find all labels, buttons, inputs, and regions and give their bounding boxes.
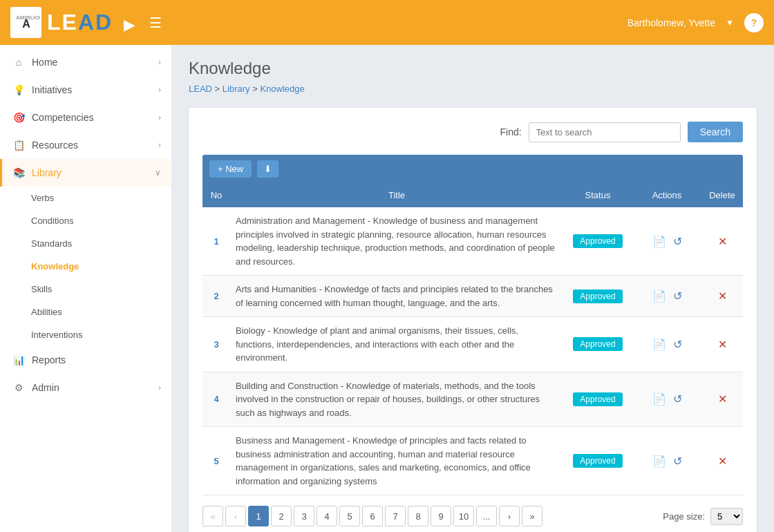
page-size-select[interactable]: 5 10 25 50 xyxy=(710,508,743,525)
next-page-button[interactable]: › xyxy=(499,506,520,526)
sidebar-item-initiatives[interactable]: 💡 Initiatives › xyxy=(0,76,171,104)
search-button[interactable]: Search xyxy=(688,122,743,142)
toolbar: + New ⬇ xyxy=(202,155,743,183)
history-icon[interactable]: ↺ xyxy=(673,289,682,303)
sidebar-sub-skills[interactable]: Skills xyxy=(31,278,171,301)
row-number: 4 xyxy=(202,372,230,427)
view-icon[interactable]: 📄 xyxy=(652,392,666,406)
col-title: Title xyxy=(230,183,563,207)
view-icon[interactable]: 📄 xyxy=(652,235,666,248)
page-7-button[interactable]: 7 xyxy=(385,506,406,526)
sidebar-sub-library: Verbs Conditions Standards Knowledge Ski… xyxy=(0,187,171,346)
initiatives-icon: 💡 xyxy=(12,84,25,95)
user-name[interactable]: Bartholomew, Yvette xyxy=(627,17,715,28)
sidebar-sub-conditions[interactable]: Conditions xyxy=(31,209,171,232)
row-title: Business and Management - Knowledge of p… xyxy=(230,427,563,495)
sidebar-sub-standards[interactable]: Standards xyxy=(31,232,171,255)
table-row: 4 Building and Construction - Knowledge … xyxy=(202,372,743,427)
download-icon: ⬇ xyxy=(264,164,272,174)
logo-text: LEAD ▶ xyxy=(47,10,135,35)
sidebar-sub-abilities[interactable]: Abilities xyxy=(31,301,171,323)
row-number: 1 xyxy=(202,207,230,276)
sidebar-item-label: Admin xyxy=(32,382,59,393)
status-badge: Approved xyxy=(573,337,622,351)
first-page-button[interactable]: « xyxy=(202,506,223,526)
sidebar-item-reports[interactable]: 📊 Reports xyxy=(0,346,171,374)
library-icon: 📚 xyxy=(12,167,25,178)
sidebar-item-admin[interactable]: ⚙ Admin › xyxy=(0,374,171,401)
history-icon[interactable]: ↺ xyxy=(673,338,682,351)
content-card: Find: Search + New ⬇ No Title Status xyxy=(189,108,757,532)
view-icon[interactable]: 📄 xyxy=(652,289,666,303)
new-button[interactable]: + New xyxy=(209,160,252,178)
view-icon[interactable]: 📄 xyxy=(652,338,666,351)
delete-icon[interactable]: ✕ xyxy=(718,236,727,247)
find-label: Find: xyxy=(500,126,522,137)
sidebar-sub-knowledge[interactable]: Knowledge xyxy=(31,255,171,278)
page-10-button[interactable]: 10 xyxy=(453,506,474,526)
sidebar-item-label: Library xyxy=(32,167,62,178)
layout: ⌂ Home › 💡 Initiatives › 🎯 Competencies … xyxy=(0,45,774,532)
search-row: Find: Search xyxy=(202,122,743,142)
row-delete: ✕ xyxy=(701,276,743,317)
delete-icon[interactable]: ✕ xyxy=(718,290,727,302)
row-number: 2 xyxy=(202,276,230,317)
col-status: Status xyxy=(563,183,632,207)
breadcrumb-lead[interactable]: LEAD xyxy=(189,84,212,94)
row-delete: ✕ xyxy=(701,427,743,495)
row-delete: ✕ xyxy=(701,317,743,372)
sidebar-sub-interventions[interactable]: Interventions xyxy=(31,323,171,346)
status-badge: Approved xyxy=(573,454,622,468)
pagination-row: « ‹ 1 2 3 4 5 6 7 8 9 10 ... › » xyxy=(202,506,743,526)
help-button[interactable]: ? xyxy=(744,13,764,32)
pagination: « ‹ 1 2 3 4 5 6 7 8 9 10 ... › » xyxy=(202,506,542,526)
breadcrumb-library[interactable]: Library xyxy=(223,84,250,94)
sidebar-item-library[interactable]: 📚 Library ∨ xyxy=(0,159,171,187)
row-actions: 📄 ↺ xyxy=(632,276,701,317)
history-icon[interactable]: ↺ xyxy=(673,392,682,406)
page-4-button[interactable]: 4 xyxy=(317,506,337,526)
last-page-button[interactable]: » xyxy=(522,506,542,526)
chevron-icon: › xyxy=(158,85,161,95)
table-row: 5 Business and Management - Knowledge of… xyxy=(202,427,743,495)
page-3-button[interactable]: 3 xyxy=(294,506,314,526)
page-size-row: Page size: 5 10 25 50 xyxy=(663,508,743,525)
table-row: 1 Administration and Management - Knowle… xyxy=(202,207,743,276)
row-status: Approved xyxy=(563,427,632,495)
competencies-icon: 🎯 xyxy=(12,112,25,123)
prev-page-button[interactable]: ‹ xyxy=(225,506,246,526)
sidebar-item-home[interactable]: ⌂ Home › xyxy=(0,48,171,76)
page-1-button[interactable]: 1 xyxy=(248,506,269,526)
col-delete: Delete xyxy=(701,183,743,207)
page-6-button[interactable]: 6 xyxy=(362,506,383,526)
delete-icon[interactable]: ✕ xyxy=(718,455,727,467)
user-dropdown-icon[interactable]: ▼ xyxy=(726,18,734,28)
reports-icon: 📊 xyxy=(12,354,25,365)
sidebar-sub-verbs[interactable]: Verbs xyxy=(31,187,171,209)
breadcrumb: LEAD > Library > Knowledge xyxy=(189,84,757,94)
sidebar-item-competencies[interactable]: 🎯 Competencies › xyxy=(0,104,171,131)
row-status: Approved xyxy=(563,372,632,427)
history-icon[interactable]: ↺ xyxy=(673,455,682,468)
col-no: No xyxy=(202,183,230,207)
logo: A AMIRLION LEAD ▶ xyxy=(10,7,135,38)
row-status: Approved xyxy=(563,276,632,317)
view-icon[interactable]: 📄 xyxy=(652,455,666,468)
page-9-button[interactable]: 9 xyxy=(431,506,451,526)
status-badge: Approved xyxy=(573,289,622,303)
delete-icon[interactable]: ✕ xyxy=(718,339,727,350)
table-row: 3 Biology - Knowledge of plant and anima… xyxy=(202,317,743,372)
download-button[interactable]: ⬇ xyxy=(257,160,279,178)
page-2-button[interactable]: 2 xyxy=(271,506,292,526)
sidebar-item-label: Competencies xyxy=(32,112,94,123)
row-actions: 📄 ↺ xyxy=(632,427,701,495)
page-5-button[interactable]: 5 xyxy=(339,506,360,526)
page-8-button[interactable]: 8 xyxy=(408,506,428,526)
hamburger-icon[interactable]: ☰ xyxy=(149,15,162,31)
delete-icon[interactable]: ✕ xyxy=(718,393,727,405)
history-icon[interactable]: ↺ xyxy=(673,235,682,248)
sidebar-item-label: Initiatives xyxy=(32,84,72,95)
breadcrumb-knowledge[interactable]: Knowledge xyxy=(260,84,304,94)
sidebar-item-resources[interactable]: 📋 Resources › xyxy=(0,131,171,159)
search-input[interactable] xyxy=(529,122,681,142)
